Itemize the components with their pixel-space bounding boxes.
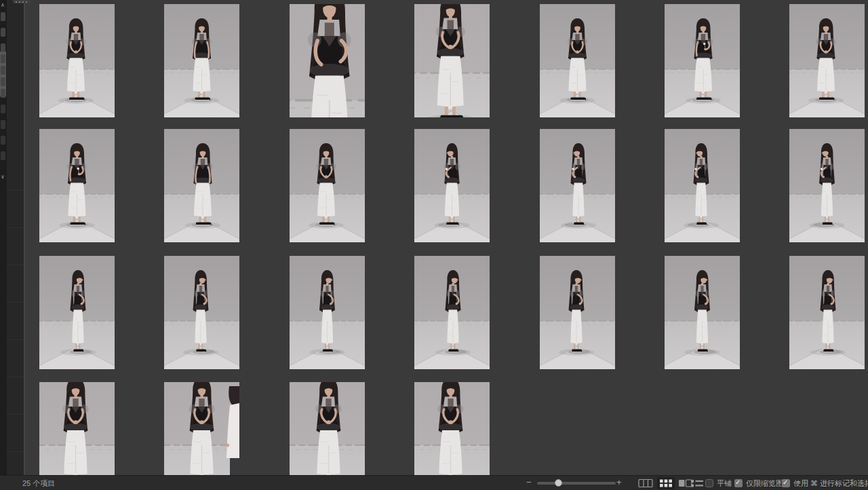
photo-thumbnail[interactable] bbox=[789, 256, 865, 369]
photo-thumbnail[interactable] bbox=[665, 256, 740, 369]
photo-thumbnail[interactable] bbox=[39, 4, 115, 117]
photo-thumbnail[interactable] bbox=[540, 4, 615, 117]
photo-thumbnail[interactable] bbox=[39, 256, 115, 369]
thumbnail-size-slider[interactable] bbox=[537, 482, 616, 485]
photo-thumbnail[interactable] bbox=[290, 256, 365, 369]
photo-browser-window: ∧ ∨ bbox=[0, 0, 868, 490]
checkbox-cmd-tagging[interactable]: ✓ bbox=[782, 479, 790, 487]
checkbox-tile[interactable] bbox=[705, 479, 713, 487]
photo-thumbnail[interactable] bbox=[414, 256, 490, 369]
left-tool-rail[interactable]: ∧ ∨ bbox=[0, 0, 7, 475]
photo-thumbnail[interactable] bbox=[414, 382, 490, 475]
photo-thumbnail[interactable] bbox=[39, 129, 115, 242]
photo-thumbnail[interactable] bbox=[414, 4, 490, 117]
chevron-down-icon[interactable]: ∨ bbox=[1, 174, 5, 180]
photo-thumbnail[interactable] bbox=[789, 129, 865, 242]
filmstrip-view-icon[interactable] bbox=[637, 477, 654, 489]
checkbox-thumbnails-only[interactable]: ✓ bbox=[734, 479, 743, 487]
photo-thumbnail[interactable] bbox=[290, 4, 365, 117]
photo-thumbnail[interactable] bbox=[789, 4, 865, 117]
grid-view-icon[interactable] bbox=[657, 477, 675, 489]
status-bar: 25 个项目 − + 平铺 ✓ bbox=[0, 475, 868, 490]
photo-thumbnail[interactable] bbox=[290, 129, 365, 242]
toggle-thumbnails-only-label: 仅限缩览图 bbox=[746, 479, 783, 488]
photo-thumbnail[interactable] bbox=[164, 129, 239, 242]
toggle-tile-label: 平铺 bbox=[717, 479, 732, 488]
photo-thumbnail[interactable] bbox=[665, 4, 740, 117]
photo-thumbnail[interactable] bbox=[164, 4, 239, 117]
photo-thumbnail[interactable] bbox=[540, 129, 615, 242]
left-panel bbox=[7, 0, 24, 475]
photo-thumbnail[interactable] bbox=[164, 382, 239, 475]
photo-thumbnail[interactable] bbox=[290, 382, 365, 475]
item-count-label: 25 个项目 bbox=[22, 478, 55, 489]
toolbar-pill bbox=[13, 0, 31, 3]
zoom-in-button[interactable]: + bbox=[616, 476, 622, 490]
photo-thumbnail[interactable] bbox=[164, 256, 239, 369]
chevron-up-icon[interactable]: ∧ bbox=[1, 3, 5, 8]
photo-thumbnail[interactable] bbox=[540, 256, 615, 369]
photo-thumbnail[interactable] bbox=[665, 129, 740, 242]
thumbnail-grid bbox=[25, 0, 868, 475]
toggle-cmd-tagging-label: 使用 ⌘ 进行标记和选择 bbox=[793, 479, 868, 488]
list-view-icon[interactable] bbox=[688, 477, 706, 489]
slider-knob[interactable] bbox=[555, 479, 562, 487]
zoom-out-button[interactable]: − bbox=[526, 476, 532, 490]
photo-thumbnail[interactable] bbox=[39, 382, 115, 475]
photo-thumbnail[interactable] bbox=[414, 129, 490, 242]
